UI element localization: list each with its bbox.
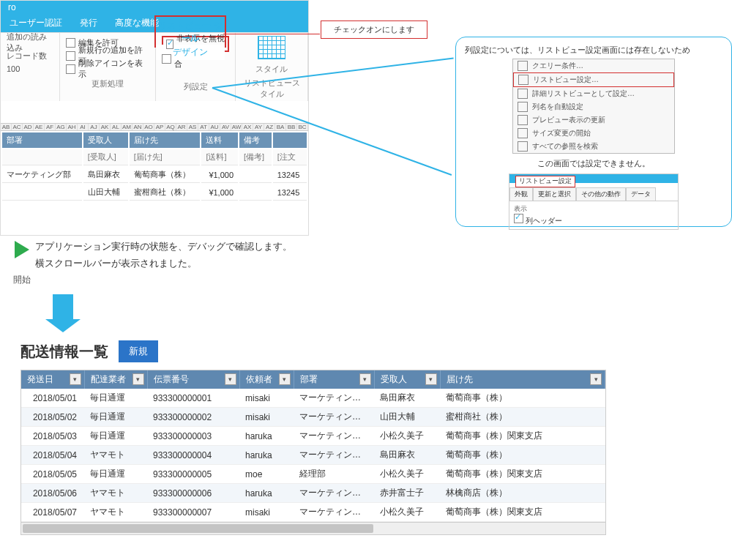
checkbox-col-header[interactable] xyxy=(514,214,523,223)
context-menu-item[interactable]: プレビュー表示の更新 xyxy=(513,113,674,127)
table-col-header[interactable]: 発送日▾ xyxy=(21,370,84,389)
table-cell: 島田麻衣 xyxy=(374,389,440,408)
lv-settings-tab[interactable]: リストビュー設定 xyxy=(515,176,575,187)
scrollbar-thumb[interactable] xyxy=(23,524,373,533)
tab-auth[interactable]: ユーザー認証 xyxy=(1,14,71,32)
table-row[interactable]: 2018/05/03毎日通運933300000003harukaマーケティング部… xyxy=(21,427,605,446)
filter-dropdown-icon[interactable]: ▾ xyxy=(279,373,291,385)
upper-col-header[interactable]: 部署 xyxy=(2,132,82,148)
bubble-note-1: 列設定については、リストビュー設定画面には存在しないため xyxy=(465,45,722,56)
table-cell: ヤマモト xyxy=(84,446,147,465)
lv-sub-tab[interactable]: 外観 xyxy=(509,187,533,201)
play-icon[interactable] xyxy=(15,241,29,258)
upper-col-header[interactable] xyxy=(273,132,307,148)
table-row[interactable]: 2018/05/04ヤマモト933300000004harukaマーケティング部… xyxy=(21,446,605,465)
menu-item-label: クエリー条件… xyxy=(532,61,583,71)
context-menu-item[interactable]: 列名を自動設定 xyxy=(513,100,674,113)
upper-cell: 蜜柑商社（株） xyxy=(130,184,201,201)
ruler-cell: AB xyxy=(1,124,12,130)
filter-dropdown-icon[interactable]: ▾ xyxy=(70,373,81,385)
table-col-header[interactable]: 伝票番号▾ xyxy=(147,370,239,389)
table-row[interactable]: 2018/05/05毎日通運933300000005moe経理部小松久美子葡萄商… xyxy=(21,465,605,484)
ctx-tab-listview-tools[interactable]: リストビュー ツール デザイン xyxy=(154,15,226,48)
filter-dropdown-icon[interactable]: ▾ xyxy=(132,373,144,385)
upper-placeholder: [送料] xyxy=(201,149,238,165)
table-cell: 2018/05/05 xyxy=(21,465,84,484)
menu-item-icon xyxy=(518,102,528,112)
start-line-2: 横スクロールバーが表示されました。 xyxy=(35,255,292,272)
upper-placeholder: [備考] xyxy=(239,149,272,165)
checkbox-allow-edit[interactable] xyxy=(66,38,75,48)
upper-col-header[interactable]: 送料 xyxy=(201,132,238,148)
menu-item-label: 詳細リストビューとして設定… xyxy=(532,89,635,99)
table-col-header[interactable]: 届け先▾ xyxy=(440,370,605,389)
context-menu-item[interactable]: サイズ変更の開始 xyxy=(513,127,674,140)
table-cell: 毎日通運 xyxy=(84,408,147,427)
ruler-cell: AR xyxy=(176,124,187,130)
table-cell: ヤマモト xyxy=(84,484,147,503)
table-cell: ヤマモト xyxy=(84,503,147,522)
table-row[interactable]: 2018/05/06ヤマモト933300000006harukaマーケティング部… xyxy=(21,484,605,503)
ribbon-panel: ro ユーザー認証 発行 高度な機能 リストビュー ツール デザイン 追加の読み… xyxy=(0,0,309,236)
filter-dropdown-icon[interactable]: ▾ xyxy=(590,373,602,385)
lv-sub-tab[interactable]: 更新と選択 xyxy=(533,187,576,201)
table-row[interactable]: 2018/05/01毎日通運933300000001misakiマーケティング部… xyxy=(21,389,605,408)
tab-publish[interactable]: 発行 xyxy=(71,14,106,32)
col-header-label: 依頼者 xyxy=(246,374,272,384)
table-cell: 2018/05/02 xyxy=(21,408,84,427)
upper-cell: ¥1,000 xyxy=(201,167,238,183)
upper-col-header[interactable]: 受取人 xyxy=(83,132,128,148)
checkbox-show-delete[interactable] xyxy=(66,64,75,74)
context-menu-item[interactable]: 詳細リストビューとして設定… xyxy=(513,87,674,100)
ruler-cell: AT xyxy=(198,124,209,130)
upper-cell: マーケティング部 xyxy=(2,167,82,183)
table-cell: haruka xyxy=(239,484,294,503)
table-cell: haruka xyxy=(239,427,294,446)
context-menu-item[interactable]: すべての参照を検索 xyxy=(513,140,674,153)
value-record-count: 100 xyxy=(7,62,53,75)
callout-check-on: チェックオンにします xyxy=(321,20,427,39)
horizontal-scrollbar[interactable] xyxy=(21,522,605,534)
ruler-cell: AU xyxy=(209,124,220,130)
checkbox-ignore-hidden[interactable] xyxy=(166,40,173,49)
col-header-label: 配達業者 xyxy=(91,374,126,384)
upper-placeholder: [注文 xyxy=(273,149,307,165)
table-row[interactable]: 2018/05/02毎日通運933300000002misakiマーケティング部… xyxy=(21,408,605,427)
context-menu-preview: クエリー条件…リストビュー設定…詳細リストビューとして設定…列名を自動設定プレビ… xyxy=(512,59,675,154)
table-cell: 葡萄商事（株）関東支店 xyxy=(440,465,605,484)
table-col-header[interactable]: 配達業者▾ xyxy=(84,370,147,389)
col-header-label: 受取人 xyxy=(381,374,407,384)
ruler-cell: AE xyxy=(34,124,45,130)
table-row[interactable]: 2018/05/07ヤマモト933300000007misakiマーケティング部… xyxy=(21,503,605,522)
filter-dropdown-icon[interactable]: ▾ xyxy=(425,373,437,385)
filter-dropdown-icon[interactable]: ▾ xyxy=(359,373,371,385)
table-cell: 933300000003 xyxy=(147,427,239,446)
checkbox-auto-merge[interactable] xyxy=(162,54,171,64)
col-header-label: 伝票番号 xyxy=(154,374,189,384)
upper-col-header[interactable]: 届け先 xyxy=(130,132,201,148)
table-col-header[interactable]: 依頼者▾ xyxy=(239,370,294,389)
menu-item-label: リストビュー設定… xyxy=(533,75,599,85)
menu-item-label: プレビュー表示の更新 xyxy=(532,115,605,125)
menu-item-label: サイズ変更の開始 xyxy=(532,128,591,138)
table-cell: マーケティング部 xyxy=(294,484,374,503)
table-col-header[interactable]: 部署▾ xyxy=(294,370,374,389)
filter-dropdown-icon[interactable]: ▾ xyxy=(225,373,236,385)
ruler-cell: AW xyxy=(231,124,242,130)
table-cell: 蜜柑商社（株） xyxy=(440,408,605,427)
context-menu-item[interactable]: クエリー条件… xyxy=(513,59,674,72)
lv-sub-tab[interactable]: その他の動作 xyxy=(576,187,626,201)
table-cell: 島田麻衣 xyxy=(374,446,440,465)
start-description: アプリケーション実行時の状態を、デバッグで確認します。 横スクロールバーが表示さ… xyxy=(15,238,333,272)
table-cell: 葡萄商事（株） xyxy=(440,446,605,465)
context-menu-item[interactable]: リストビュー設定… xyxy=(513,72,674,87)
table-col-header[interactable]: 受取人▾ xyxy=(374,370,440,389)
lv-sub-tab[interactable]: データ xyxy=(626,187,656,201)
upper-cell: 山田大輔 xyxy=(83,184,128,201)
new-button[interactable]: 新規 xyxy=(119,340,158,362)
checkbox-allow-new[interactable] xyxy=(66,51,75,61)
upper-cell: 島田麻衣 xyxy=(83,167,128,183)
upper-placeholder: [届け先] xyxy=(130,149,201,165)
style-icon[interactable] xyxy=(258,36,285,59)
upper-col-header[interactable]: 備考 xyxy=(239,132,272,148)
